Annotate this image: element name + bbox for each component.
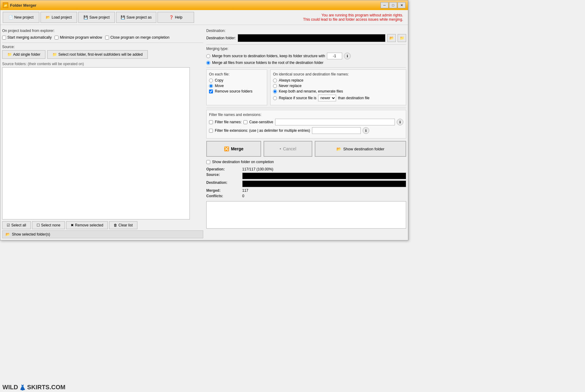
operation-value: 117/117 (100.00%) [242, 167, 406, 171]
remove-source-row: Remove source folders [209, 89, 264, 93]
show-dest-on-complete: Show destination folder on completion [206, 160, 406, 164]
merge-type-option2-row: Merge all files from source folders to t… [206, 61, 406, 65]
destination-op-label: Destination: [206, 180, 240, 187]
source-buttons: 📁 Add single folder 📁 Select root folder… [2, 50, 203, 59]
minimize-button[interactable]: ─ [381, 2, 388, 8]
toolbar: 📄 New project 📂 Load project 💾 Save proj… [0, 10, 408, 25]
keep-both-row: Keep both and rename, enumerate files [273, 89, 403, 93]
save-project-as-button[interactable]: 💾 Save project as [116, 12, 156, 23]
help-button[interactable]: ❓ Help [158, 12, 194, 23]
watermark: WILD 👗 SKIRTS.COM [0, 383, 68, 392]
add-root-folder-button[interactable]: 📁 Select root folder, first-level subfol… [47, 50, 148, 59]
source-label: Source: [2, 45, 203, 49]
remove-source-checkbox[interactable] [209, 89, 213, 93]
remove-selected-button[interactable]: ✖ Remove selected [66, 221, 108, 229]
show-destination-button[interactable]: 📂 Show destination folder [315, 141, 406, 157]
load-project-button[interactable]: 📂 Load project [41, 12, 77, 23]
filter-section: Filter file names and extensions: Filter… [206, 110, 406, 138]
move-radio[interactable] [209, 84, 213, 88]
select-all-icon: ☑ [7, 223, 10, 227]
on-identical-title: On identical source and destination file… [273, 72, 403, 76]
merge-depth-input[interactable] [327, 53, 342, 59]
project-options-label: On project loaded from explorer: [2, 29, 203, 33]
load-project-icon: 📂 [46, 15, 50, 19]
close-button[interactable]: ✕ [398, 2, 406, 8]
save-project-icon: 💾 [83, 15, 88, 19]
main-content: On project loaded from explorer: Start m… [0, 25, 408, 240]
maximize-button[interactable]: □ [389, 2, 397, 8]
start-merging-checkbox[interactable] [2, 36, 6, 40]
watermark-icon: 👗 [19, 384, 26, 391]
clear-list-icon: 🗑 [114, 223, 117, 227]
project-options: Start merging automatically Minimize pro… [2, 34, 203, 41]
admin-warning: You are running this program without adm… [301, 12, 406, 23]
close-program-checkbox[interactable] [105, 36, 109, 40]
on-each-file-panel: On each file: Copy Move Remove source fo… [206, 69, 267, 105]
cancel-icon: • [280, 146, 281, 151]
always-replace-radio[interactable] [273, 79, 277, 82]
merge-depth-info-button[interactable]: ℹ [344, 53, 351, 59]
show-dest-complete-checkbox[interactable] [206, 160, 210, 164]
browse-folder-button2[interactable]: 📁 [398, 34, 406, 42]
window-title: Folder Merger [10, 3, 37, 8]
replace-condition-dropdown[interactable]: newer older [318, 95, 336, 101]
start-merging-checkbox-label[interactable]: Start merging automatically [2, 35, 51, 40]
replace-if-radio[interactable] [273, 96, 277, 100]
merge-type-radio2[interactable] [206, 61, 210, 65]
conflicts-value: 0 [242, 194, 406, 198]
case-sensitive-checkbox[interactable] [243, 120, 247, 124]
source-op-label: Source: [206, 173, 240, 179]
source-op-value [242, 173, 406, 179]
replace-if-row: Replace if source file is newer older th… [273, 95, 403, 101]
destination-op-value [242, 180, 406, 187]
never-replace-row: Never replace [273, 84, 403, 88]
save-project-button[interactable]: 💾 Save project [78, 12, 115, 23]
minimize-window-checkbox[interactable] [55, 36, 58, 40]
destination-row: Destination folder: 📂 📁 [206, 34, 406, 42]
copy-radio[interactable] [209, 79, 213, 82]
filter-names-info-button[interactable]: ℹ [397, 119, 403, 125]
watermark-text2: SKIRTS.COM [27, 384, 66, 391]
destination-folder-input[interactable] [238, 34, 385, 42]
merge-type-radio1[interactable] [206, 54, 210, 58]
merge-icon: 🔀 [224, 146, 229, 151]
minimize-window-checkbox-label[interactable]: Minimize program window [55, 35, 102, 40]
filter-names-input[interactable] [275, 119, 395, 125]
title-controls: ─ □ ✕ [381, 2, 406, 8]
cancel-button[interactable]: • Cancel [264, 141, 312, 157]
destination-folder-label: Destination folder: [206, 36, 236, 40]
merge-button[interactable]: 🔀 Merge [206, 141, 261, 157]
filter-extensions-checkbox[interactable] [209, 129, 213, 133]
destination-label: Destination: [206, 29, 406, 33]
browse-folder-button[interactable]: 📂 [387, 34, 396, 42]
title-bar-left: 📁 Folder Merger [3, 2, 37, 8]
merged-value: 117 [242, 188, 406, 193]
clear-list-button[interactable]: 🗑 Clear list [109, 221, 137, 229]
browse-folder-icon: 📂 [389, 36, 394, 40]
close-program-checkbox-label[interactable]: Close program on merge completion [105, 35, 169, 40]
log-area[interactable] [206, 201, 406, 229]
keep-both-radio[interactable] [273, 89, 277, 93]
merge-type-option1-row: Merge from source to destination folders… [206, 53, 406, 59]
always-replace-row: Always replace [273, 78, 403, 82]
remove-selected-icon: ✖ [71, 223, 74, 227]
show-selected-button[interactable]: 📂 Show selected folder(s) [2, 230, 203, 238]
filter-extensions-input[interactable] [312, 127, 361, 134]
divider-3 [206, 67, 406, 68]
add-root-icon: 📁 [52, 52, 57, 57]
divider-1 [2, 43, 203, 43]
divider-4 [206, 108, 406, 108]
select-none-button[interactable]: ☐ Select none [32, 221, 65, 229]
on-each-file-title: On each file: [209, 72, 264, 76]
watermark-text: WILD [2, 384, 18, 391]
new-project-icon: 📄 [9, 15, 13, 19]
save-as-icon: 💾 [121, 15, 125, 19]
add-single-folder-button[interactable]: 📁 Add single folder [2, 50, 45, 59]
never-replace-radio[interactable] [273, 84, 277, 88]
app-icon: 📁 [3, 2, 8, 8]
filter-names-checkbox[interactable] [209, 120, 213, 124]
new-project-button[interactable]: 📄 New project [3, 12, 39, 23]
source-list[interactable] [2, 67, 190, 219]
select-all-button[interactable]: ☑ Select all [2, 221, 31, 229]
filter-extensions-info-button[interactable]: ℹ [363, 127, 369, 134]
